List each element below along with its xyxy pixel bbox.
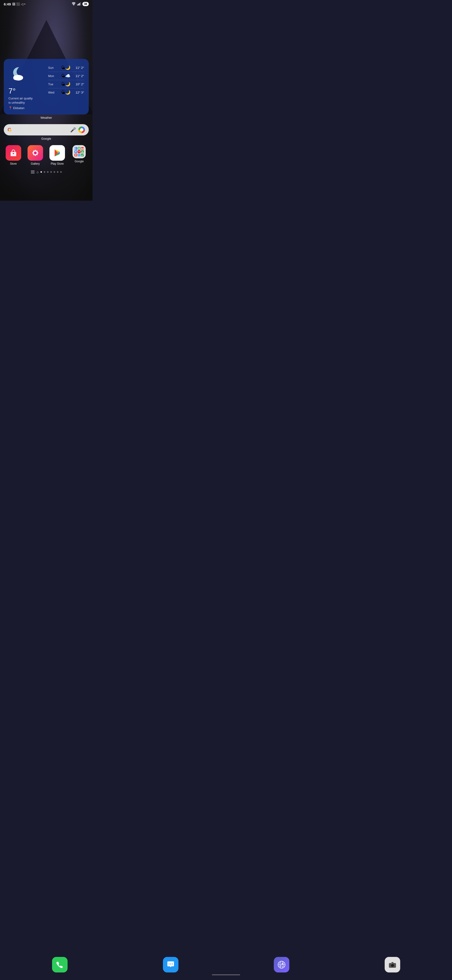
day-mon: Mon (48, 74, 56, 78)
signal-icon (77, 2, 81, 6)
status-time: 6:49 (4, 2, 11, 6)
google-label-app: Google (75, 160, 84, 163)
status-bar: 6:49 🖼 ⬛ ◁ • 38 (0, 0, 92, 7)
svg-rect-30 (75, 154, 76, 156)
google-grid-extra1 (75, 154, 77, 156)
svg-marker-28 (79, 151, 80, 153)
mic-icon[interactable]: 🎤 (70, 127, 76, 133)
store-label: Store (10, 162, 17, 165)
svg-point-18 (36, 151, 38, 152)
condition-tue: 🌤🌙 (61, 81, 70, 87)
svg-point-12 (35, 150, 36, 151)
weather-icon (8, 64, 44, 85)
weather-label: Weather (4, 116, 89, 119)
menu-icon (31, 170, 35, 173)
google-grid-extra2 (78, 154, 81, 156)
location-icon: ◁ (21, 2, 23, 6)
forecast-row-mon: Mon 🌤☁️ 11° 2° (48, 72, 84, 80)
weather-quality: Current air qualityis unhealthy (8, 96, 44, 105)
svg-rect-26 (78, 148, 80, 150)
range-wed: 12° 3° (76, 91, 84, 94)
app-item-google[interactable]: G (70, 145, 89, 165)
app-item-store[interactable]: Store (4, 145, 23, 165)
page-dot-0[interactable] (41, 171, 42, 173)
svg-point-16 (33, 151, 34, 152)
svg-point-15 (37, 152, 38, 154)
svg-text:G: G (75, 147, 76, 150)
day-tue: Tue (48, 83, 56, 86)
photo-icon: 🖼 (12, 2, 15, 6)
weather-forecast: Sun 🌤🌙 11° 2° Mon 🌤☁️ 11° 2° Tue 🌤🌙 10° … (48, 64, 84, 110)
gallery-label: Gallery (31, 162, 40, 165)
svg-point-19 (33, 154, 34, 155)
google-grid-youtube (78, 150, 81, 153)
condition-sun: 🌤🌙 (61, 65, 70, 70)
search-bar[interactable]: G 🎤 (4, 124, 89, 135)
playstore-icon (49, 145, 65, 161)
svg-point-8 (14, 75, 22, 80)
svg-point-13 (35, 154, 36, 156)
screen-record-icon: ⬛ (16, 2, 20, 6)
google-logo: G (8, 127, 11, 133)
page-dot-1[interactable] (44, 171, 45, 173)
svg-point-27 (75, 151, 76, 152)
svg-point-20 (34, 151, 37, 154)
svg-rect-3 (79, 3, 80, 5)
status-icons: 🖼 ⬛ ◁ • (12, 2, 25, 6)
main-content: 7° Current air qualityis unhealthy 📍 Ekb… (0, 59, 92, 174)
forecast-row-tue: Tue 🌤🌙 10° 2° (48, 80, 84, 88)
google-grid-g: G (75, 147, 77, 150)
google-label: Google (4, 137, 89, 140)
page-dot-2[interactable] (47, 171, 49, 173)
page-dot-3[interactable] (51, 171, 52, 173)
battery-badge: 38 (82, 2, 89, 6)
app-item-gallery[interactable]: Gallery (26, 145, 45, 165)
store-icon (6, 145, 21, 161)
page-dot-5[interactable] (57, 171, 59, 173)
day-wed: Wed (48, 91, 56, 94)
forecast-row-wed: Wed 🌤🌙 12° 3° (48, 88, 84, 96)
svg-rect-10 (13, 153, 14, 154)
google-grid-maps (75, 150, 77, 153)
range-mon: 11° 2° (76, 74, 84, 78)
google-grid-calendar (78, 147, 81, 150)
svg-point-0 (73, 5, 74, 5)
lens-icon[interactable] (78, 127, 85, 133)
svg-point-14 (32, 152, 34, 154)
svg-rect-1 (77, 5, 78, 5)
weather-temperature: 7° (8, 87, 44, 95)
playstore-label: Play Store (51, 162, 63, 165)
svg-point-17 (36, 154, 38, 155)
gallery-icon (27, 145, 43, 161)
google-apps-icon: G (73, 145, 86, 158)
google-grid-extra3 (81, 154, 84, 156)
weather-location: 📍 Ekbatan (8, 106, 44, 110)
status-right: 38 (71, 2, 89, 6)
google-grid-drive (81, 150, 84, 153)
condition-mon: 🌤☁️ (61, 73, 70, 78)
svg-point-31 (78, 154, 80, 156)
google-grid-mail (81, 147, 84, 150)
weather-left: 7° Current air qualityis unhealthy 📍 Ekb… (8, 64, 44, 110)
range-sun: 11° 2° (76, 66, 84, 70)
dot-icon: • (24, 2, 25, 6)
page-dot-6[interactable] (60, 171, 62, 173)
svg-rect-4 (80, 2, 81, 5)
app-grid: Store Gallery (4, 145, 89, 165)
wifi-icon (71, 2, 76, 6)
forecast-row-sun: Sun 🌤🌙 11° 2° (48, 64, 84, 72)
app-item-playstore[interactable]: Play Store (48, 145, 67, 165)
range-tue: 10° 2° (76, 83, 84, 86)
day-sun: Sun (48, 66, 56, 70)
location-pin-icon: 📍 (8, 106, 12, 110)
status-left: 6:49 🖼 ⬛ ◁ • (4, 2, 25, 6)
condition-wed: 🌤🌙 (61, 90, 70, 95)
svg-rect-2 (78, 4, 79, 5)
page-dot-4[interactable] (54, 171, 55, 173)
svg-marker-29 (81, 151, 84, 153)
home-indicator: ⌂ (36, 170, 38, 174)
weather-widget[interactable]: 7° Current air qualityis unhealthy 📍 Ekb… (4, 59, 89, 115)
page-indicators: ⌂ (4, 170, 89, 174)
